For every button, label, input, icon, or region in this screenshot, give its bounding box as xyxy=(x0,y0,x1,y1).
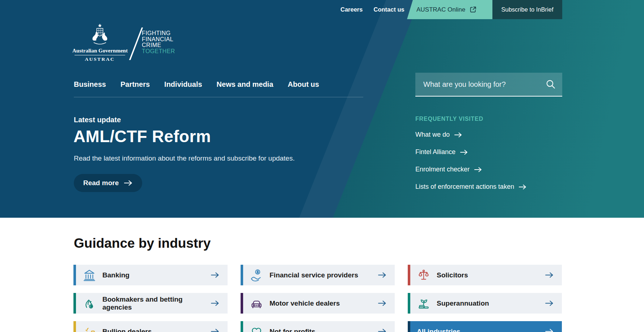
hero-kicker: Latest update xyxy=(74,116,121,124)
link-label: Fintel Alliance xyxy=(415,148,456,156)
bank-icon xyxy=(82,268,96,282)
card-label: Financial service providers xyxy=(270,271,358,279)
external-link-icon xyxy=(469,6,477,13)
careers-link[interactable]: Careers xyxy=(340,6,363,13)
arrow-right-icon xyxy=(474,167,482,173)
arrow-right-icon xyxy=(518,184,527,190)
hand-dollar-icon xyxy=(250,268,263,282)
tagline-line-3: CRIME xyxy=(142,42,175,48)
gold-bars-icon xyxy=(82,325,96,332)
tagline-line-1: FIGHTING xyxy=(142,30,175,37)
list-item: Enrolment checker xyxy=(415,166,567,173)
car-icon xyxy=(250,297,263,310)
nav-item-news-and-media[interactable]: News and media xyxy=(217,80,274,89)
contact-us-link[interactable]: Contact us xyxy=(373,6,404,13)
nav-item-business[interactable]: Business xyxy=(74,80,106,89)
card-banking[interactable]: Banking xyxy=(73,265,228,285)
link-enforcement-actions[interactable]: Lists of enforcement actions taken xyxy=(415,183,567,191)
card-label: Banking xyxy=(102,271,130,279)
coat-of-arms-icon xyxy=(88,23,112,46)
subscribe-inbrief-tab[interactable]: Subscribe to InBrief xyxy=(492,0,562,19)
tagline-line-2: FINANCIAL xyxy=(142,37,175,43)
tagline-text: FIGHTING FINANCIAL CRIME TOGETHER xyxy=(142,30,175,54)
card-label: Solicitors xyxy=(437,271,468,279)
card-label: All industries xyxy=(417,328,460,332)
horse-coin-icon xyxy=(82,297,96,310)
card-label: Bullion dealers xyxy=(102,328,152,332)
heart-icon xyxy=(250,325,263,332)
arrow-right-icon xyxy=(378,272,387,278)
arrow-right-icon xyxy=(211,300,220,306)
search-button[interactable] xyxy=(544,78,557,91)
section-heading: Guidance by industry xyxy=(74,236,211,251)
card-bullion-dealers[interactable]: Bullion dealers xyxy=(73,321,228,332)
arrow-right-icon xyxy=(454,132,462,138)
frequently-visited-heading: FREQUENTLY VISITED xyxy=(415,116,567,122)
arrow-right-icon xyxy=(211,272,220,278)
search-input[interactable] xyxy=(423,80,544,89)
link-label: Enrolment checker xyxy=(415,166,470,173)
link-label: What we do xyxy=(415,131,450,139)
link-label: Lists of enforcement actions taken xyxy=(415,183,514,191)
austrac-online-label: AUSTRAC Online xyxy=(416,6,465,13)
utility-links: Careers Contact us xyxy=(340,0,404,19)
arrow-right-icon xyxy=(545,328,554,332)
top-utility-bar: Careers Contact us AUSTRAC Online Subscr… xyxy=(0,0,644,19)
card-bookmakers-and-betting-agencies[interactable]: Bookmakers and betting agencies xyxy=(73,293,228,314)
card-financial-service-providers[interactable]: Financial service providers xyxy=(241,265,395,285)
card-solicitors[interactable]: Solicitors xyxy=(408,265,562,285)
arrow-right-icon xyxy=(124,180,133,186)
frequently-visited-list: What we do Fintel Alliance Enrolment che… xyxy=(415,131,567,191)
slash-decoration xyxy=(129,27,143,60)
industry-cards-grid: Banking Financial service providers xyxy=(73,265,562,332)
card-label: Not for profits xyxy=(270,328,315,332)
scales-icon xyxy=(417,268,431,282)
government-wordmark: Australian Government xyxy=(72,48,127,54)
card-label: Bookmakers and betting agencies xyxy=(102,295,211,311)
hero-section: Careers Contact us AUSTRAC Online Subscr… xyxy=(0,0,644,218)
arrow-right-icon xyxy=(545,272,554,278)
read-more-button[interactable]: Read more xyxy=(74,174,142,192)
subscribe-inbrief-label: Subscribe to InBrief xyxy=(501,6,554,13)
search-icon xyxy=(546,79,556,89)
site-search xyxy=(415,73,562,97)
tagline-line-4: TOGETHER xyxy=(142,48,175,55)
link-fintel-alliance[interactable]: Fintel Alliance xyxy=(415,148,567,156)
agency-wordmark: AUSTRAC xyxy=(72,56,127,62)
arrow-right-icon xyxy=(211,328,220,332)
arrow-right-icon xyxy=(378,300,387,306)
arrow-right-icon xyxy=(545,300,554,306)
nav-item-about-us[interactable]: About us xyxy=(288,80,319,89)
link-enrolment-checker[interactable]: Enrolment checker xyxy=(415,166,567,173)
card-not-for-profits[interactable]: Not for profits xyxy=(241,321,395,332)
list-item: What we do xyxy=(415,131,567,139)
nav-item-partners[interactable]: Partners xyxy=(120,80,150,89)
list-item: Lists of enforcement actions taken xyxy=(415,183,567,191)
australian-government-logo[interactable]: Australian Government AUSTRAC xyxy=(72,23,127,62)
guidance-by-industry-section: Guidance by industry Banking xyxy=(0,218,644,332)
card-motor-vehicle-dealers[interactable]: Motor vehicle dealers xyxy=(241,293,395,314)
brand-tagline: FIGHTING FINANCIAL CRIME TOGETHER xyxy=(130,28,181,61)
link-what-we-do[interactable]: What we do xyxy=(415,131,567,139)
read-more-label: Read more xyxy=(83,179,119,187)
hero-title: AML/CTF Reform xyxy=(73,127,211,146)
card-superannuation[interactable]: Superannuation xyxy=(408,293,562,314)
austrac-homepage: Careers Contact us AUSTRAC Online Subscr… xyxy=(0,0,644,332)
card-label: Motor vehicle dealers xyxy=(270,299,340,307)
frequently-visited-panel: FREQUENTLY VISITED What we do Fintel All… xyxy=(415,116,567,200)
arrow-right-icon xyxy=(460,149,468,155)
list-item: Fintel Alliance xyxy=(415,148,567,156)
main-navigation: Business Partners Individuals News and m… xyxy=(74,80,319,89)
arrow-right-icon xyxy=(378,328,387,332)
card-all-industries[interactable]: All industries xyxy=(408,321,562,332)
card-label: Superannuation xyxy=(437,299,489,307)
logo-divider xyxy=(75,55,125,55)
hero-description: Read the latest information about the re… xyxy=(74,154,295,162)
austrac-online-tab[interactable]: AUSTRAC Online xyxy=(407,0,492,19)
nav-divider xyxy=(74,97,363,97)
seedling-coins-icon xyxy=(417,297,431,310)
nav-item-individuals[interactable]: Individuals xyxy=(164,80,202,89)
